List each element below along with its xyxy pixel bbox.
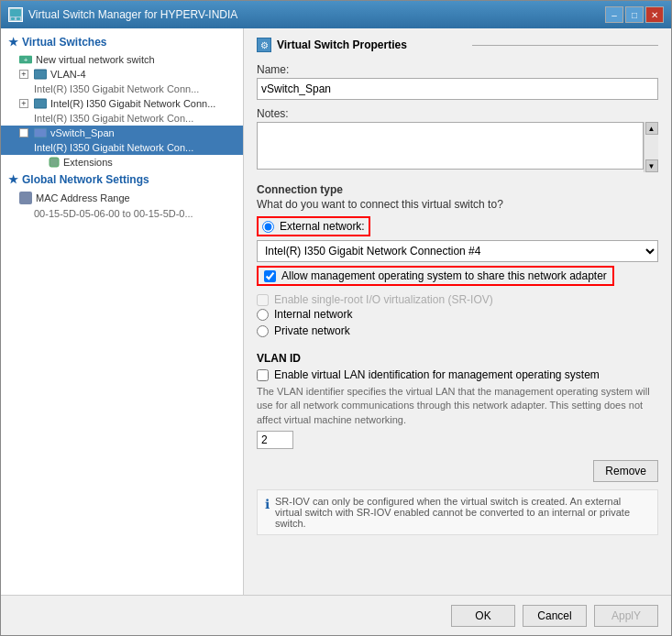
properties-title-bar: ⚙ Virtual Switch Properties: [257, 38, 658, 52]
external-network-highlight: External network:: [257, 216, 370, 236]
conn-type-header: Connection type: [257, 183, 658, 196]
mac-label: MAC Address Range: [36, 192, 130, 203]
external-radio[interactable]: [262, 221, 274, 233]
internal-radio-row: Internal network: [257, 308, 658, 321]
name-field-group: Name:: [257, 63, 658, 100]
left-panel: ★ Virtual Switches + New virtual network…: [1, 28, 244, 595]
mac-sub-item: 00-15-5D-05-06-00 to 00-15-5D-0...: [1, 206, 243, 221]
vlan-section: VLAN ID Enable virtual LAN identificatio…: [257, 352, 658, 449]
mac-range-item[interactable]: MAC Address Range: [1, 190, 243, 206]
notes-wrap: ▲ ▼: [257, 122, 658, 172]
allow-mgmt-checkbox[interactable]: [264, 270, 276, 282]
vswitch-icon: [34, 127, 47, 138]
svg-rect-7: [34, 128, 47, 137]
intel1-item[interactable]: + Intel(R) I350 Gigabit Network Conn...: [1, 96, 243, 111]
vlan4-sub-item: Intel(R) I350 Gigabit Network Conn...: [1, 82, 243, 96]
svg-rect-6: [34, 99, 47, 108]
extensions-item[interactable]: Extensions: [1, 155, 243, 170]
close-button[interactable]: ✕: [645, 6, 664, 23]
properties-icon: ⚙: [257, 38, 271, 52]
private-label: Private network: [274, 324, 350, 337]
notes-label: Notes:: [257, 107, 658, 120]
vlan-checkbox[interactable]: [257, 369, 269, 381]
private-radio[interactable]: [257, 325, 269, 337]
vlan4-label: VLAN-4: [50, 69, 86, 80]
extensions-label: Extensions: [63, 157, 113, 168]
sriov-checkbox: [257, 294, 269, 306]
sriov-label: Enable single-root I/O virtualization (S…: [274, 293, 493, 306]
title-bar-left: Virtual Switch Manager for HYPERV-INDIA: [8, 7, 237, 22]
intel1-label: Intel(R) I350 Gigabit Network Conn...: [50, 98, 215, 109]
intel1-sub-item: Intel(R) I350 Gigabit Network Con...: [1, 111, 243, 126]
vlan-input[interactable]: [257, 431, 293, 449]
internal-radio[interactable]: [257, 309, 269, 321]
info-box: ℹ SR-IOV can only be configured when the…: [257, 489, 658, 535]
maximize-button[interactable]: □: [625, 6, 644, 23]
new-switch-icon: +: [19, 54, 32, 65]
svg-text:+: +: [24, 56, 28, 64]
private-radio-row: Private network: [257, 324, 658, 337]
intel1-sub-label: Intel(R) I350 Gigabit Network Con...: [34, 113, 193, 124]
minimize-button[interactable]: –: [605, 6, 623, 23]
svg-rect-0: [10, 9, 21, 16]
external-radio-row: External network:: [257, 216, 658, 236]
svg-rect-1: [11, 17, 15, 20]
vlan4-expand[interactable]: +: [19, 70, 28, 79]
window-title: Virtual Switch Manager for HYPERV-INDIA: [28, 8, 237, 21]
remove-button[interactable]: Remove: [593, 460, 658, 482]
vswitch-label: vSwitch_Span: [50, 127, 115, 138]
global-settings-header[interactable]: ★ Global Network Settings: [1, 170, 243, 190]
global-settings-label: Global Network Settings: [22, 173, 149, 186]
scroll-up-arrow[interactable]: ▲: [645, 122, 658, 135]
title-divider: [472, 45, 658, 46]
new-switch-label: New virtual network switch: [36, 54, 155, 65]
global-settings-icon: ★: [8, 173, 18, 186]
allow-mgmt-highlight: Allow management operating system to sha…: [257, 266, 614, 286]
svg-rect-8: [50, 158, 59, 167]
vlan4-icon: [34, 69, 47, 80]
main-window: Virtual Switch Manager for HYPERV-INDIA …: [0, 0, 672, 636]
name-input[interactable]: [257, 78, 658, 100]
scroll-down-arrow[interactable]: ▼: [645, 159, 658, 172]
notes-textarea[interactable]: [257, 122, 644, 170]
vlan4-item[interactable]: + VLAN-4: [1, 67, 243, 82]
mac-sub-label: 00-15-5D-05-06-00 to 00-15-5D-0...: [34, 208, 193, 219]
intel1-expand[interactable]: +: [19, 99, 28, 108]
vswitch-sub-label: Intel(R) I350 Gigabit Network Con...: [34, 142, 193, 153]
adapter-dropdown-row: Intel(R) I350 Gigabit Network Connection…: [257, 240, 658, 262]
vlan-description: The VLAN identifier specifies the virtua…: [257, 385, 658, 427]
allow-mgmt-label: Allow management operating system to sha…: [281, 269, 607, 282]
extensions-icon: [49, 157, 60, 168]
svg-rect-5: [34, 70, 47, 79]
cancel-button[interactable]: Cancel: [523, 605, 587, 627]
ok-button[interactable]: OK: [451, 605, 515, 627]
connection-type-section: Connection type What do you want to conn…: [257, 183, 658, 341]
vlan4-sub-label: Intel(R) I350 Gigabit Network Conn...: [34, 83, 199, 94]
title-bar: Virtual Switch Manager for HYPERV-INDIA …: [1, 1, 671, 28]
right-panel: ⚙ Virtual Switch Properties Name: Notes:…: [244, 28, 671, 595]
vlan-header: VLAN ID: [257, 352, 658, 365]
title-buttons: – □ ✕: [605, 6, 664, 23]
virtual-switches-header[interactable]: ★ Virtual Switches: [1, 32, 243, 52]
allow-mgmt-row: Allow management operating system to sha…: [257, 266, 658, 290]
svg-text:⚙: ⚙: [260, 40, 269, 50]
new-virtual-switch-item[interactable]: + New virtual network switch: [1, 52, 243, 67]
internal-label: Internal network: [274, 308, 352, 321]
apply-button[interactable]: ApplY: [594, 605, 658, 627]
window-icon: [8, 7, 23, 22]
external-label: External network:: [280, 220, 365, 233]
notes-field-group: Notes: ▲ ▼: [257, 107, 658, 172]
vswitch-sub-item[interactable]: Intel(R) I350 Gigabit Network Con...: [1, 140, 243, 155]
conn-type-desc: What do you want to connect this virtual…: [257, 198, 658, 211]
adapter-dropdown[interactable]: Intel(R) I350 Gigabit Network Connection…: [257, 240, 658, 262]
svg-rect-2: [17, 17, 20, 20]
vswitch-expand[interactable]: –: [19, 128, 28, 137]
intel1-icon: [34, 98, 47, 109]
info-text: SR-IOV can only be configured when the v…: [275, 496, 650, 529]
notes-scrollbar[interactable]: ▲ ▼: [644, 122, 658, 172]
name-label: Name:: [257, 63, 658, 76]
content-area: ★ Virtual Switches + New virtual network…: [1, 28, 671, 595]
vswitch-item[interactable]: – vSwitch_Span: [1, 126, 243, 140]
bottom-bar: OK Cancel ApplY: [1, 595, 671, 635]
virtual-switches-label: Virtual Switches: [22, 36, 106, 49]
